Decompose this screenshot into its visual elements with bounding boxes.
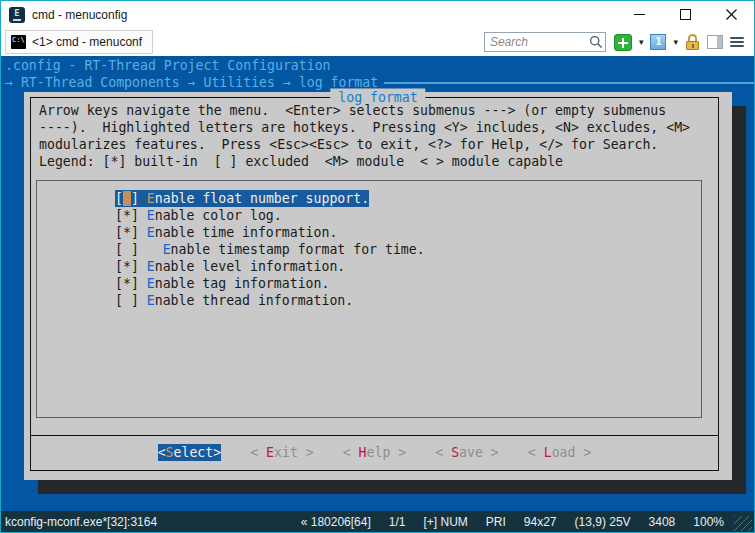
instruction-line: ----). Highlighted letters are hotkeys. … [39, 119, 690, 136]
button-hotkey: H [359, 445, 367, 460]
config-header: .config - RT-Thread Project Configuratio… [5, 57, 331, 74]
close-button[interactable] [708, 1, 754, 28]
menu-item[interactable]: [*] Enable tag information. [115, 275, 329, 292]
maximize-button[interactable] [662, 1, 708, 28]
dialog-instructions: Arrow keys navigate the menu. <Enter> se… [39, 102, 690, 170]
split-pane-icon[interactable] [707, 35, 723, 49]
item-hotkey: E [147, 208, 155, 223]
dialog-button-exit[interactable]: < Exit > [250, 444, 314, 461]
lock-icon[interactable] [685, 34, 700, 51]
new-console-dropdown[interactable]: ▾ [639, 38, 644, 47]
status-segment: 94x27 [524, 515, 557, 529]
menu-item[interactable]: [*] Enable level information. [115, 258, 345, 275]
menu-item[interactable]: [ ] Enable thread information. [115, 292, 353, 309]
split-pane-fill [717, 36, 722, 48]
item-hotkey: E [147, 225, 155, 240]
instruction-line: modularizes features. Press <Esc><Esc> t… [39, 136, 690, 153]
minimize-icon [634, 14, 645, 15]
button-separator [30, 435, 719, 436]
status-segment: (13,9) 25V [575, 515, 631, 529]
menu-listbox: [ ] Enable float number support.[*] Enab… [36, 180, 702, 418]
maximize-icon [680, 9, 691, 20]
button-hotkey: S [166, 445, 174, 460]
menu-item[interactable]: [ ] Enable float number support. [115, 190, 369, 207]
status-segment: [+] NUM [423, 515, 467, 529]
plus-icon-bar [622, 38, 624, 48]
tab-cmd-menuconf[interactable]: C:\ <1> cmd - menuconf [5, 30, 153, 54]
item-hotkey: E [147, 293, 155, 308]
menu-items: [ ] Enable float number support.[*] Enab… [115, 190, 425, 309]
window-number-icon[interactable]: 1 [650, 34, 666, 50]
toolbar-icons: ▾ 1 ▾ [614, 34, 744, 51]
lock-body [686, 41, 699, 50]
breadcrumb-rule [384, 82, 754, 84]
terminal[interactable]: .config - RT-Thread Project Configuratio… [1, 56, 754, 511]
menu-item[interactable]: [ ] Enable timestamp format for time. [115, 241, 425, 258]
menu-bar [730, 45, 744, 47]
dialog-button-select[interactable]: <Select> [158, 444, 222, 461]
menuconfig-dialog: log format Arrow keys navigate the menu.… [24, 92, 732, 480]
item-hotkey: E [147, 276, 155, 291]
menu-item[interactable]: [*] Enable time information. [115, 224, 337, 241]
app-icon-underbar [13, 19, 21, 21]
titlebar: E cmd - menuconfig [1, 1, 754, 28]
dialog-button-save[interactable]: < Save > [435, 444, 499, 461]
tab-bar: C:\ <1> cmd - menuconf ▾ 1 ▾ [1, 28, 754, 56]
conemu-app-icon: E [9, 7, 25, 23]
dialog-buttons: <Select>< Exit >< Help >< Save >< Load > [30, 444, 719, 461]
menu-bar [730, 37, 744, 39]
search-icon[interactable] [589, 35, 603, 49]
cursor-block [123, 191, 131, 206]
button-hotkey: L [544, 445, 552, 460]
menu-icon[interactable] [730, 37, 744, 47]
status-bar: kconfig-mconf.exe*[32]:3164 « 180206[64]… [1, 511, 754, 532]
button-hotkey: S [451, 445, 459, 460]
dialog-button-load[interactable]: < Load > [528, 444, 592, 461]
status-segment: 1/1 [389, 515, 406, 529]
breadcrumb: → RT-Thread Components → Utilities → log… [5, 74, 378, 91]
status-segment: 100% [693, 515, 724, 529]
search-box [484, 32, 606, 52]
menu-bar [730, 41, 744, 43]
menu-item[interactable]: [*] Enable color log. [115, 207, 282, 224]
window-controls [616, 1, 754, 28]
window-dropdown[interactable]: ▾ [673, 38, 678, 47]
search-input[interactable] [484, 32, 606, 52]
dialog-button-help[interactable]: < Help > [343, 444, 407, 461]
item-hotkey: E [147, 259, 155, 274]
tab-label: <1> cmd - menuconf [32, 35, 142, 49]
status-segment: « 180206[64] [301, 515, 371, 529]
app-icon-letter: E [14, 9, 19, 18]
status-segment: PRI [486, 515, 506, 529]
status-segments: « 180206[64]1/1[+] NUMPRI94x27(13,9) 25V… [301, 515, 724, 529]
resize-grip[interactable] [734, 516, 752, 531]
close-icon [725, 8, 738, 21]
legend-line: Legend: [*] built-in [ ] excluded <M> mo… [39, 153, 690, 170]
item-hotkey: E [147, 191, 155, 206]
instruction-line: Arrow keys navigate the menu. <Enter> se… [39, 102, 690, 119]
minimize-button[interactable] [616, 1, 662, 28]
window-title: cmd - menuconfig [32, 8, 127, 22]
cmd-icon: C:\ [11, 35, 26, 49]
item-hotkey: E [163, 242, 171, 257]
status-process: kconfig-mconf.exe*[32]:3164 [5, 515, 157, 529]
button-hotkey: E [266, 445, 274, 460]
conemu-window: E cmd - menuconfig C:\ <1> cmd - menucon… [0, 0, 755, 533]
status-segment: 3408 [649, 515, 676, 529]
new-console-button[interactable] [614, 34, 632, 51]
